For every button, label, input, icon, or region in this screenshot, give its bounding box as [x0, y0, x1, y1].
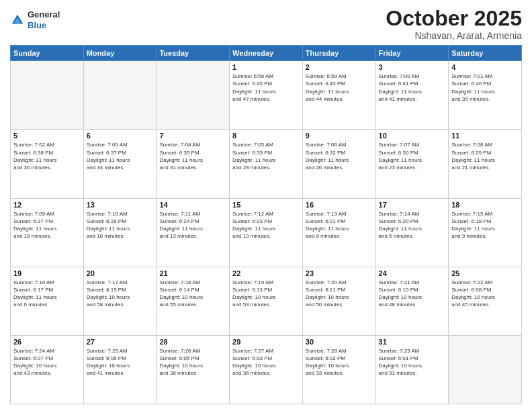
day-info: Sunrise: 7:11 AM Sunset: 6:24 PM Dayligh… — [159, 210, 226, 240]
day-info: Sunrise: 7:24 AM Sunset: 6:07 PM Dayligh… — [13, 347, 81, 377]
calendar-cell: 18Sunrise: 7:15 AM Sunset: 6:18 PM Dayli… — [449, 198, 522, 267]
day-info: Sunrise: 7:22 AM Sunset: 6:08 PM Dayligh… — [451, 279, 519, 309]
day-info: Sunrise: 7:27 AM Sunset: 6:03 PM Dayligh… — [232, 347, 300, 377]
day-number: 9 — [306, 132, 373, 140]
day-info: Sunrise: 7:04 AM Sunset: 6:35 PM Dayligh… — [159, 141, 226, 171]
calendar-cell: 24Sunrise: 7:21 AM Sunset: 6:10 PM Dayli… — [375, 267, 449, 335]
calendar-table: Sunday Monday Tuesday Wednesday Thursday… — [10, 45, 522, 404]
calendar-cell: 27Sunrise: 7:25 AM Sunset: 6:06 PM Dayli… — [83, 335, 157, 404]
day-number: 16 — [306, 201, 373, 209]
calendar-cell: 20Sunrise: 7:17 AM Sunset: 6:15 PM Dayli… — [83, 267, 157, 335]
day-info: Sunrise: 7:13 AM Sunset: 6:21 PM Dayligh… — [306, 210, 373, 240]
day-info: Sunrise: 7:16 AM Sunset: 6:17 PM Dayligh… — [13, 279, 81, 309]
day-info: Sunrise: 7:26 AM Sunset: 6:05 PM Dayligh… — [159, 347, 226, 377]
calendar-week-3: 12Sunrise: 7:09 AM Sunset: 6:27 PM Dayli… — [11, 198, 522, 267]
calendar-header-row: Sunday Monday Tuesday Wednesday Thursday… — [11, 46, 522, 61]
calendar-cell: 14Sunrise: 7:11 AM Sunset: 6:24 PM Dayli… — [157, 198, 230, 267]
calendar-cell: 31Sunrise: 7:29 AM Sunset: 6:01 PM Dayli… — [375, 335, 449, 404]
day-number: 31 — [379, 338, 446, 346]
day-info: Sunrise: 7:19 AM Sunset: 6:13 PM Dayligh… — [232, 279, 300, 309]
calendar-week-4: 19Sunrise: 7:16 AM Sunset: 6:17 PM Dayli… — [11, 267, 522, 335]
day-info: Sunrise: 7:10 AM Sunset: 6:26 PM Dayligh… — [87, 210, 154, 240]
day-info: Sunrise: 7:00 AM Sunset: 6:41 PM Dayligh… — [379, 73, 446, 103]
calendar-week-2: 5Sunrise: 7:02 AM Sunset: 6:38 PM Daylig… — [11, 130, 522, 198]
calendar-cell: 17Sunrise: 7:14 AM Sunset: 6:20 PM Dayli… — [375, 198, 449, 267]
location-subtitle: Nshavan, Ararat, Armenia — [386, 30, 522, 41]
logo-icon — [10, 13, 25, 28]
col-sunday: Sunday — [11, 46, 84, 61]
day-info: Sunrise: 7:25 AM Sunset: 6:06 PM Dayligh… — [87, 347, 154, 377]
day-info: Sunrise: 7:12 AM Sunset: 6:23 PM Dayligh… — [232, 210, 300, 240]
day-number: 29 — [232, 338, 300, 346]
calendar-cell — [449, 335, 522, 404]
day-number: 14 — [159, 201, 226, 209]
col-tuesday: Tuesday — [157, 46, 230, 61]
calendar-cell — [11, 61, 84, 130]
day-info: Sunrise: 7:02 AM Sunset: 6:38 PM Dayligh… — [13, 141, 81, 171]
day-number: 3 — [379, 63, 446, 71]
day-info: Sunrise: 6:59 AM Sunset: 6:43 PM Dayligh… — [306, 73, 373, 103]
calendar-cell: 13Sunrise: 7:10 AM Sunset: 6:26 PM Dayli… — [83, 198, 157, 267]
header: General Blue October 2025 Nshavan, Arara… — [10, 7, 522, 41]
calendar-cell: 5Sunrise: 7:02 AM Sunset: 6:38 PM Daylig… — [11, 130, 84, 198]
calendar-cell: 12Sunrise: 7:09 AM Sunset: 6:27 PM Dayli… — [11, 198, 84, 267]
day-number: 24 — [379, 269, 446, 277]
calendar-cell: 26Sunrise: 7:24 AM Sunset: 6:07 PM Dayli… — [11, 335, 84, 404]
month-title: October 2025 — [386, 7, 522, 30]
day-number: 7 — [159, 132, 226, 140]
calendar-cell: 19Sunrise: 7:16 AM Sunset: 6:17 PM Dayli… — [11, 267, 84, 335]
day-number: 11 — [451, 132, 519, 140]
logo: General Blue — [10, 9, 60, 30]
day-number: 15 — [232, 201, 300, 209]
day-info: Sunrise: 7:17 AM Sunset: 6:15 PM Dayligh… — [87, 279, 154, 309]
calendar-cell: 23Sunrise: 7:20 AM Sunset: 6:11 PM Dayli… — [302, 267, 375, 335]
day-number: 2 — [306, 63, 373, 71]
day-number: 12 — [13, 201, 81, 209]
day-number: 26 — [13, 338, 81, 346]
day-info: Sunrise: 7:07 AM Sunset: 6:30 PM Dayligh… — [379, 141, 446, 171]
calendar-cell: 22Sunrise: 7:19 AM Sunset: 6:13 PM Dayli… — [230, 267, 303, 335]
col-thursday: Thursday — [302, 46, 375, 61]
calendar-cell: 4Sunrise: 7:01 AM Sunset: 6:40 PM Daylig… — [449, 61, 522, 130]
day-info: Sunrise: 7:03 AM Sunset: 6:37 PM Dayligh… — [87, 141, 154, 171]
col-friday: Friday — [375, 46, 449, 61]
calendar-cell: 3Sunrise: 7:00 AM Sunset: 6:41 PM Daylig… — [375, 61, 449, 130]
day-number: 18 — [451, 201, 519, 209]
col-monday: Monday — [83, 46, 157, 61]
day-info: Sunrise: 7:14 AM Sunset: 6:20 PM Dayligh… — [379, 210, 446, 240]
day-info: Sunrise: 7:21 AM Sunset: 6:10 PM Dayligh… — [379, 279, 446, 309]
day-info: Sunrise: 7:20 AM Sunset: 6:11 PM Dayligh… — [306, 279, 373, 309]
calendar-cell: 10Sunrise: 7:07 AM Sunset: 6:30 PM Dayli… — [375, 130, 449, 198]
calendar-cell: 6Sunrise: 7:03 AM Sunset: 6:37 PM Daylig… — [83, 130, 157, 198]
day-number: 22 — [232, 269, 300, 277]
calendar-cell — [157, 61, 230, 130]
day-info: Sunrise: 7:08 AM Sunset: 6:29 PM Dayligh… — [451, 141, 519, 171]
day-number: 20 — [87, 269, 154, 277]
day-number: 17 — [379, 201, 446, 209]
calendar-cell: 15Sunrise: 7:12 AM Sunset: 6:23 PM Dayli… — [230, 198, 303, 267]
day-number: 25 — [451, 269, 519, 277]
day-number: 27 — [87, 338, 154, 346]
day-info: Sunrise: 7:09 AM Sunset: 6:27 PM Dayligh… — [13, 210, 81, 240]
day-number: 5 — [13, 132, 81, 140]
calendar-cell: 7Sunrise: 7:04 AM Sunset: 6:35 PM Daylig… — [157, 130, 230, 198]
day-info: Sunrise: 6:58 AM Sunset: 6:45 PM Dayligh… — [232, 73, 300, 103]
calendar-cell: 25Sunrise: 7:22 AM Sunset: 6:08 PM Dayli… — [449, 267, 522, 335]
day-info: Sunrise: 7:06 AM Sunset: 6:32 PM Dayligh… — [306, 141, 373, 171]
logo-blue: Blue — [28, 20, 46, 30]
day-info: Sunrise: 7:29 AM Sunset: 6:01 PM Dayligh… — [379, 347, 446, 377]
calendar-cell: 29Sunrise: 7:27 AM Sunset: 6:03 PM Dayli… — [230, 335, 303, 404]
day-info: Sunrise: 7:15 AM Sunset: 6:18 PM Dayligh… — [451, 210, 519, 240]
calendar-week-1: 1Sunrise: 6:58 AM Sunset: 6:45 PM Daylig… — [11, 61, 522, 130]
day-number: 4 — [451, 63, 519, 71]
title-block: October 2025 Nshavan, Ararat, Armenia — [386, 7, 522, 41]
day-info: Sunrise: 7:28 AM Sunset: 6:02 PM Dayligh… — [306, 347, 373, 377]
calendar-cell: 9Sunrise: 7:06 AM Sunset: 6:32 PM Daylig… — [302, 130, 375, 198]
calendar-cell: 30Sunrise: 7:28 AM Sunset: 6:02 PM Dayli… — [302, 335, 375, 404]
calendar-cell — [83, 61, 157, 130]
logo-general: General — [28, 9, 60, 19]
logo-text: General Blue — [28, 9, 60, 30]
day-number: 6 — [87, 132, 154, 140]
calendar-week-5: 26Sunrise: 7:24 AM Sunset: 6:07 PM Dayli… — [11, 335, 522, 404]
day-number: 30 — [306, 338, 373, 346]
